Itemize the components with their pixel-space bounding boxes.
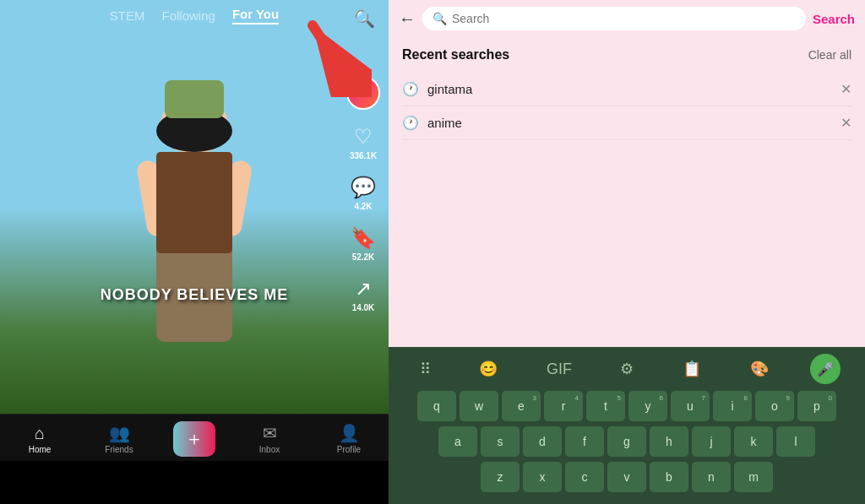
recent-header: Recent searches Clear all xyxy=(402,47,851,62)
inbox-icon: ✉ xyxy=(263,423,277,443)
tab-inbox-label: Inbox xyxy=(259,445,280,454)
share-button[interactable]: ↗ 14.0K xyxy=(352,277,375,312)
add-button[interactable]: ＋ xyxy=(173,421,215,457)
bookmark-count: 52.2K xyxy=(352,252,375,262)
key-r[interactable]: r4 xyxy=(544,391,583,421)
key-o[interactable]: o9 xyxy=(755,391,794,421)
key-h[interactable]: h xyxy=(650,426,688,457)
nav-following[interactable]: Following xyxy=(162,8,215,23)
tab-home-label: Home xyxy=(29,445,52,454)
kb-emoji-icon[interactable]: 😊 xyxy=(472,356,504,382)
keyboard: ⠿ 😊 GIF ⚙ 📋 🎨 🎤 q w e3 r4 t5 y6 u7 i8 o9… xyxy=(389,347,865,504)
key-p[interactable]: p0 xyxy=(797,391,836,421)
comment-button[interactable]: 💬 4.2K xyxy=(351,176,376,211)
svg-line-1 xyxy=(313,25,355,89)
profile-icon: 👤 xyxy=(339,423,360,443)
recent-item-gintama[interactable]: 🕐 gintama ✕ xyxy=(402,73,851,106)
recent-search-text: gintama xyxy=(427,82,472,96)
like-button[interactable]: ♡ 336.1K xyxy=(350,125,377,160)
red-arrow-icon xyxy=(296,13,372,97)
add-icon: ＋ xyxy=(185,426,204,452)
keyboard-row-3: z x c v b n m xyxy=(392,462,862,492)
microphone-button[interactable]: 🎤 xyxy=(810,354,841,384)
keyboard-toolbar: ⠿ 😊 GIF ⚙ 📋 🎨 🎤 xyxy=(392,354,862,384)
right-panel: ← 🔍 Search Recent searches Clear all 🕐 g… xyxy=(389,0,865,504)
tab-profile-label: Profile xyxy=(337,445,361,454)
key-e[interactable]: e3 xyxy=(502,391,541,421)
key-d[interactable]: d xyxy=(523,426,562,457)
kb-settings-icon[interactable]: ⚙ xyxy=(613,356,640,382)
kb-clipboard-icon[interactable]: 📋 xyxy=(676,356,708,382)
key-z[interactable]: z xyxy=(481,462,520,492)
key-y[interactable]: y6 xyxy=(628,391,667,421)
key-t[interactable]: t5 xyxy=(586,391,625,421)
key-m[interactable]: m xyxy=(734,462,773,492)
key-v[interactable]: v xyxy=(607,462,646,492)
kb-grid-icon[interactable]: ⠿ xyxy=(413,356,438,382)
recent-searches-section: Recent searches Clear all 🕐 gintama ✕ 🕐 … xyxy=(389,37,865,150)
back-arrow-icon[interactable]: ← xyxy=(399,9,416,29)
clear-all-button[interactable]: Clear all xyxy=(808,48,851,62)
search-button[interactable]: Search xyxy=(813,12,855,26)
tab-inbox[interactable]: ✉ Inbox xyxy=(244,423,295,454)
key-k[interactable]: k xyxy=(734,426,773,457)
key-q[interactable]: q xyxy=(417,391,456,421)
key-n[interactable]: n xyxy=(692,462,731,492)
key-w[interactable]: w xyxy=(460,391,498,421)
key-b[interactable]: b xyxy=(650,462,688,492)
bookmark-button[interactable]: 🔖 52.2K xyxy=(351,226,376,262)
key-u[interactable]: u7 xyxy=(671,391,710,421)
key-a[interactable]: a xyxy=(438,426,477,457)
left-panel: STEM Following For You 🔍 xyxy=(0,0,389,504)
share-count: 14.0K xyxy=(352,303,375,312)
bottom-nav: ⌂ Home 👥 Friends ＋ ✉ Inbox 👤 Profile xyxy=(0,414,389,461)
key-s[interactable]: s xyxy=(481,426,520,457)
key-j[interactable]: j xyxy=(692,426,731,457)
key-f[interactable]: f xyxy=(565,426,604,457)
search-input-wrapper: 🔍 xyxy=(422,7,806,30)
kb-palette-icon[interactable]: 🎨 xyxy=(743,356,775,382)
tab-friends[interactable]: 👥 Friends xyxy=(94,423,144,454)
video-area: NOBODY BELIEVES ME ♡ 336.1K 💬 4.2K 🔖 52.… xyxy=(0,0,389,414)
clock-icon-2: 🕐 xyxy=(402,115,419,131)
remove-anime-button[interactable]: ✕ xyxy=(841,115,851,131)
key-x[interactable]: x xyxy=(523,462,562,492)
video-text-overlay: NOBODY BELIEVES ME xyxy=(101,286,289,304)
recent-search-text-2: anime xyxy=(427,116,462,130)
keyboard-row-2: a s d f g h j k l xyxy=(392,426,862,457)
key-i[interactable]: i8 xyxy=(713,391,752,421)
nav-for-you[interactable]: For You xyxy=(232,7,279,24)
tab-home[interactable]: ⌂ Home xyxy=(14,424,65,454)
video-background: NOBODY BELIEVES ME ♡ 336.1K 💬 4.2K 🔖 52.… xyxy=(0,0,389,414)
key-l[interactable]: l xyxy=(776,426,815,457)
tab-friends-label: Friends xyxy=(105,445,133,454)
clock-icon: 🕐 xyxy=(402,81,419,97)
nav-stem[interactable]: STEM xyxy=(110,8,145,23)
action-buttons: ♡ 336.1K 💬 4.2K 🔖 52.2K ↗ 14.0K xyxy=(346,76,380,312)
search-input[interactable] xyxy=(452,12,796,25)
key-g[interactable]: g xyxy=(607,426,646,457)
recent-item-anime[interactable]: 🕐 anime ✕ xyxy=(402,106,851,140)
search-header: ← 🔍 Search xyxy=(389,0,865,37)
remove-gintama-button[interactable]: ✕ xyxy=(841,81,851,97)
home-icon: ⌂ xyxy=(35,424,45,443)
friends-icon: 👥 xyxy=(109,423,130,443)
recent-searches-title: Recent searches xyxy=(402,47,509,62)
kb-gif-button[interactable]: GIF xyxy=(540,357,579,382)
keyboard-row-1: q w e3 r4 t5 y6 u7 i8 o9 p0 xyxy=(392,391,862,421)
tab-profile[interactable]: 👤 Profile xyxy=(324,423,374,454)
key-c[interactable]: c xyxy=(565,462,604,492)
search-magnifier-icon: 🔍 xyxy=(432,12,447,25)
character-figure xyxy=(110,93,279,363)
